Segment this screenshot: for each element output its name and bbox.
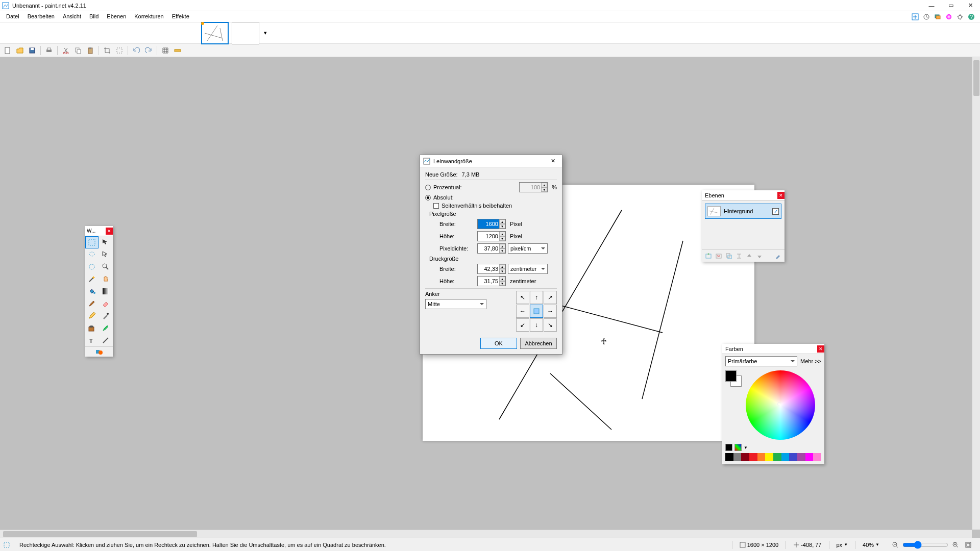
tool-eraser[interactable]	[99, 297, 112, 310]
document-tab-1[interactable]	[201, 22, 229, 44]
zoom-out-icon[interactable]	[890, 539, 901, 550]
cancel-button[interactable]: Abbrechen	[520, 338, 557, 349]
spin-up[interactable]: ▲	[541, 183, 547, 187]
open-icon[interactable]	[14, 45, 26, 56]
tool-shapes[interactable]	[92, 346, 106, 358]
document-tab-2[interactable]	[232, 22, 259, 44]
tool-rect-select[interactable]	[85, 236, 99, 248]
status-unit-select[interactable]: px ▼	[834, 542, 851, 548]
menu-datei[interactable]: Datei	[2, 11, 23, 22]
layer-item[interactable]: Hintergrund ✓	[705, 204, 781, 219]
color-type-select[interactable]: Primärfarbe	[725, 356, 797, 366]
paste-icon[interactable]	[85, 45, 96, 56]
color-wheel[interactable]	[746, 370, 815, 440]
palette-cell[interactable]	[805, 453, 814, 461]
primary-color-swatch[interactable]	[725, 370, 737, 382]
anchor-se[interactable]: ↘	[544, 318, 557, 332]
dialog-close-button[interactable]: ✕	[547, 156, 559, 166]
spin-up[interactable]: ▲	[499, 219, 505, 224]
ok-button[interactable]: OK	[480, 338, 517, 349]
new-icon[interactable]	[2, 45, 13, 56]
spin-down[interactable]: ▼	[499, 236, 505, 241]
tool-ellipse-select[interactable]	[85, 261, 99, 273]
minimize-button[interactable]: —	[922, 0, 941, 11]
palette-cell[interactable]	[773, 453, 781, 461]
tool-clone[interactable]	[85, 322, 99, 334]
tool-text[interactable]: T	[85, 334, 99, 346]
anchor-n[interactable]: ↑	[530, 291, 543, 304]
density-unit-select[interactable]: pixel/cm	[508, 243, 548, 254]
tool-lasso[interactable]	[85, 248, 99, 261]
palette-cell[interactable]	[757, 453, 766, 461]
anchor-nw[interactable]: ↖	[516, 291, 529, 304]
spin-down[interactable]: ▼	[499, 224, 505, 229]
palette-cell[interactable]	[813, 453, 821, 461]
menu-korrekturen[interactable]: Korrekturen	[130, 11, 167, 22]
palette-cell[interactable]	[781, 453, 790, 461]
redo-icon[interactable]	[143, 45, 154, 56]
anchor-sw[interactable]: ↙	[516, 318, 529, 332]
spin-up[interactable]: ▲	[499, 244, 505, 248]
anchor-w[interactable]: ←	[516, 305, 529, 318]
save-icon[interactable]	[27, 45, 38, 56]
help-icon[interactable]: ?	[967, 12, 976, 21]
print-icon[interactable]	[43, 45, 55, 56]
tool-colorpicker[interactable]	[99, 310, 112, 322]
tool-gradient[interactable]	[99, 285, 112, 297]
tool-zoom[interactable]	[99, 261, 112, 273]
toolwindow-layers-icon[interactable]	[933, 12, 942, 21]
cut-icon[interactable]	[60, 45, 71, 56]
spin-up[interactable]: ▲	[499, 277, 505, 281]
colors-panel-close[interactable]: ✕	[817, 345, 824, 353]
undo-icon[interactable]	[131, 45, 142, 56]
menu-bild[interactable]: Bild	[85, 11, 103, 22]
palette-cell[interactable]	[797, 453, 805, 461]
ruler-icon[interactable]	[172, 45, 183, 56]
palette-cell[interactable]	[789, 453, 797, 461]
anchor-ne[interactable]: ↗	[544, 291, 557, 304]
spin-down[interactable]: ▼	[499, 269, 505, 273]
tool-pan[interactable]	[99, 273, 112, 285]
crop-icon[interactable]	[102, 45, 113, 56]
anchor-select[interactable]: Mitte	[425, 299, 486, 309]
palette-cell[interactable]	[725, 453, 733, 461]
layer-visibility-checkbox[interactable]: ✓	[772, 208, 779, 215]
percent-radio[interactable]: Prozentual:	[425, 184, 462, 190]
palette-dropdown-icon[interactable]: ▼	[744, 445, 748, 450]
copy-icon[interactable]	[72, 45, 84, 56]
layer-properties-icon[interactable]	[773, 252, 782, 261]
layer-add-icon[interactable]	[704, 252, 713, 261]
layer-down-icon[interactable]	[755, 252, 764, 261]
menu-ebenen[interactable]: Ebenen	[103, 11, 130, 22]
toolwindow-tools-icon[interactable]	[911, 12, 920, 21]
color-swatch-pair[interactable]	[725, 370, 742, 387]
toolwindow-colors-icon[interactable]	[944, 12, 953, 21]
spin-down[interactable]: ▼	[541, 187, 547, 192]
zoom-fit-icon[interactable]	[963, 539, 974, 550]
maximize-button[interactable]: ▭	[941, 0, 961, 11]
settings-icon[interactable]	[955, 12, 965, 21]
spin-down[interactable]: ▼	[499, 281, 505, 286]
anchor-e[interactable]: →	[544, 305, 557, 318]
spin-down[interactable]: ▼	[499, 248, 505, 253]
tools-panel-close[interactable]: ✕	[106, 228, 113, 235]
tab-dropdown-icon[interactable]: ▾	[262, 30, 268, 36]
print-width-unit-select[interactable]: zentimeter	[508, 264, 548, 274]
horizontal-scrollbar[interactable]	[0, 530, 972, 538]
palette-cell[interactable]	[733, 453, 742, 461]
palette-manage-icon[interactable]	[734, 444, 742, 451]
tool-line[interactable]	[99, 334, 112, 346]
deselect-icon[interactable]	[114, 45, 125, 56]
toolwindow-history-icon[interactable]	[922, 12, 931, 21]
more-button[interactable]: Mehr >>	[800, 358, 821, 364]
menu-bearbeiten[interactable]: Bearbeiten	[23, 11, 59, 22]
layers-panel-close[interactable]: ✕	[777, 192, 785, 199]
tool-move-selection[interactable]	[99, 248, 112, 261]
tool-recolor[interactable]	[99, 322, 112, 334]
anchor-center[interactable]	[530, 305, 543, 318]
tool-magic-wand[interactable]	[85, 273, 99, 285]
palette-cell[interactable]	[741, 453, 749, 461]
tool-brush[interactable]	[85, 297, 99, 310]
layer-merge-icon[interactable]	[734, 252, 744, 261]
palette-cell[interactable]	[765, 453, 773, 461]
